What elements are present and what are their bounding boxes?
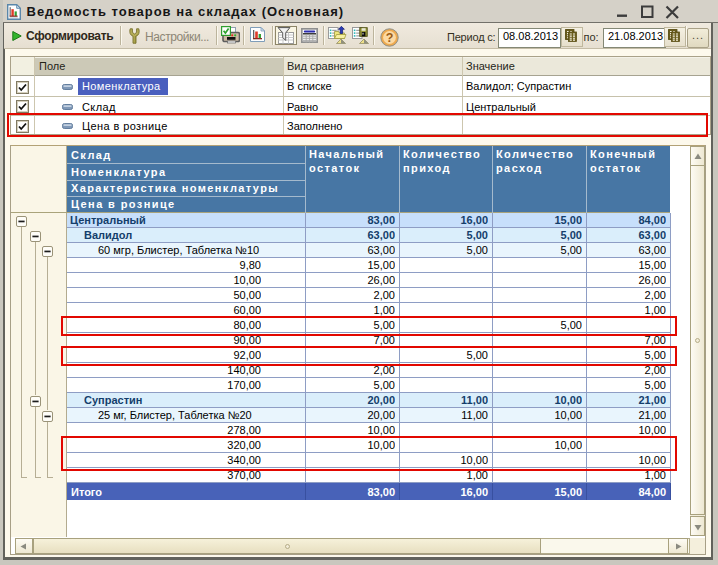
svg-text:?: ? xyxy=(386,31,394,45)
